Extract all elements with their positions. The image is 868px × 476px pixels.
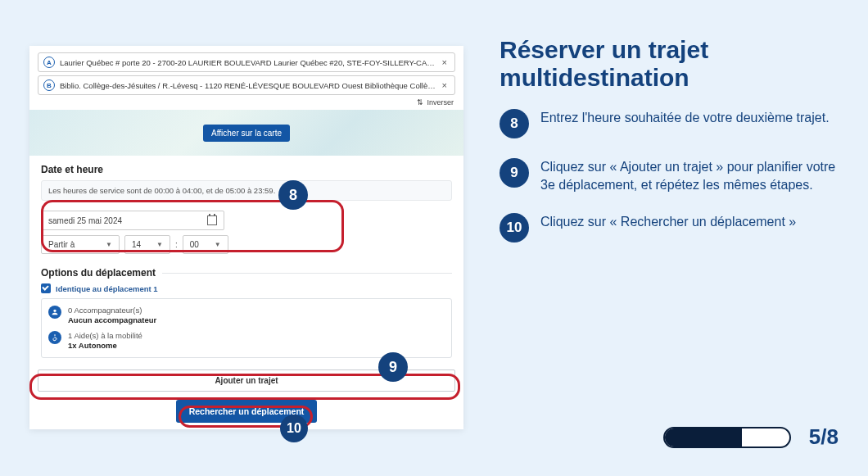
- mobility-aid-row: 1 Aide(s) à la mobilité 1x Autonome: [48, 331, 445, 351]
- step-10-row: 10 Cliquez sur « Rechercher un déplaceme…: [500, 213, 843, 243]
- companion-count: 0 Accompagnateur(s): [68, 306, 142, 315]
- origin-address-input[interactable]: A Laurier Québec # porte 20 - 2700-20 LA…: [38, 52, 455, 72]
- page-total: 8: [827, 424, 839, 449]
- clear-destination-icon[interactable]: ×: [440, 80, 450, 90]
- date-picker[interactable]: samedi 25 mai 2024: [41, 211, 224, 230]
- chevron-down-icon: ▼: [156, 241, 163, 248]
- instructions-panel: Réserver un trajet multidestination 8 En…: [500, 36, 843, 262]
- trip-options-card: 0 Accompagnateur(s) Aucun accompagnateur…: [41, 298, 452, 358]
- chevron-down-icon: ▼: [215, 241, 221, 248]
- step-9-text: Cliquez sur « Ajouter un trajet » pour p…: [540, 158, 843, 193]
- origin-address-text: Laurier Québec # porte 20 - 2700-20 LAUR…: [60, 58, 440, 67]
- calendar-icon: [207, 215, 217, 225]
- hour-select[interactable]: 14 ▼: [124, 235, 170, 254]
- step-8-row: 8 Entrez l'heure souhaitée de votre deux…: [500, 109, 843, 138]
- address-block: A Laurier Québec # porte 20 - 2700-20 LA…: [29, 46, 463, 95]
- destination-address-input[interactable]: B Biblio. Collège-des-Jésuites / R.-Léve…: [38, 75, 455, 95]
- step-badge-10: 10: [500, 213, 529, 243]
- mobility-aid-detail: 1x Autonome: [68, 341, 117, 350]
- show-on-map-button[interactable]: Afficher sur la carte: [203, 125, 290, 142]
- identical-trip-checkbox[interactable]: Identique au déplacement 1: [41, 283, 452, 293]
- origin-marker-icon: A: [43, 57, 55, 68]
- date-value: samedi 25 mai 2024: [48, 216, 122, 225]
- progress-fill: [665, 428, 742, 447]
- callout-badge-8: 8: [278, 180, 308, 210]
- divider: [162, 273, 452, 274]
- step-8-text: Entrez l'heure souhaitée de votre deuxiè…: [540, 109, 830, 127]
- pager: 5/8: [663, 424, 839, 450]
- time-separator: :: [175, 240, 178, 249]
- destination-address-text: Biblio. Collège-des-Jésuites / R.-Lévesq…: [60, 81, 440, 90]
- step-badge-9: 9: [500, 158, 529, 188]
- people-icon: [48, 306, 61, 319]
- companion-detail: Aucun accompagnateur: [68, 315, 156, 324]
- destination-marker-icon: B: [43, 79, 55, 91]
- step-10-text: Cliquez sur « Rechercher un déplacement …: [540, 213, 796, 231]
- svg-point-0: [54, 334, 56, 336]
- options-heading: Options du déplacement: [41, 267, 156, 279]
- minute-select[interactable]: 00 ▼: [183, 235, 228, 254]
- swap-icon: ⇅: [417, 98, 423, 107]
- depart-mode-value: Partir à: [48, 240, 75, 249]
- step-badge-8: 8: [500, 109, 529, 138]
- checkbox-checked-icon: [41, 283, 51, 293]
- callout-badge-9: 9: [378, 352, 408, 382]
- step-9-row: 9 Cliquez sur « Ajouter un trajet » pour…: [500, 158, 843, 193]
- datetime-heading: Date et heure: [41, 164, 452, 175]
- hour-value: 14: [132, 240, 141, 249]
- companion-row: 0 Accompagnateur(s) Aucun accompagnateur: [48, 306, 445, 326]
- minute-value: 00: [190, 240, 199, 249]
- page-current: 5: [809, 424, 821, 449]
- datetime-controls: samedi 25 mai 2024 Partir à ▼ 14 ▼ : 00 …: [41, 206, 452, 261]
- page-indicator: 5/8: [809, 424, 839, 450]
- progress-bar: [663, 427, 791, 448]
- mobility-aid-count: 1 Aide(s) à la mobilité: [68, 331, 142, 340]
- page-title: Réserver un trajet multidestination: [500, 36, 843, 91]
- options-section: Options du déplacement Identique au dépl…: [29, 265, 463, 363]
- map-preview: Afficher sur la carte: [29, 110, 463, 156]
- callout-badge-10: 10: [280, 415, 308, 442]
- datetime-section: Date et heure Les heures de service sont…: [29, 156, 463, 265]
- depart-mode-select[interactable]: Partir à ▼: [41, 235, 120, 254]
- identical-trip-label: Identique au déplacement 1: [56, 284, 158, 293]
- swap-label: Inverser: [427, 98, 454, 107]
- service-hours-note: Les heures de service sont de 00:00 à 04…: [41, 180, 452, 201]
- chevron-down-icon: ▼: [106, 241, 112, 248]
- time-row: Partir à ▼ 14 ▼ : 00 ▼: [41, 235, 452, 254]
- clear-origin-icon[interactable]: ×: [440, 57, 450, 67]
- swap-addresses-link[interactable]: ⇅ Inverser: [29, 98, 463, 110]
- wheelchair-icon: [48, 331, 61, 344]
